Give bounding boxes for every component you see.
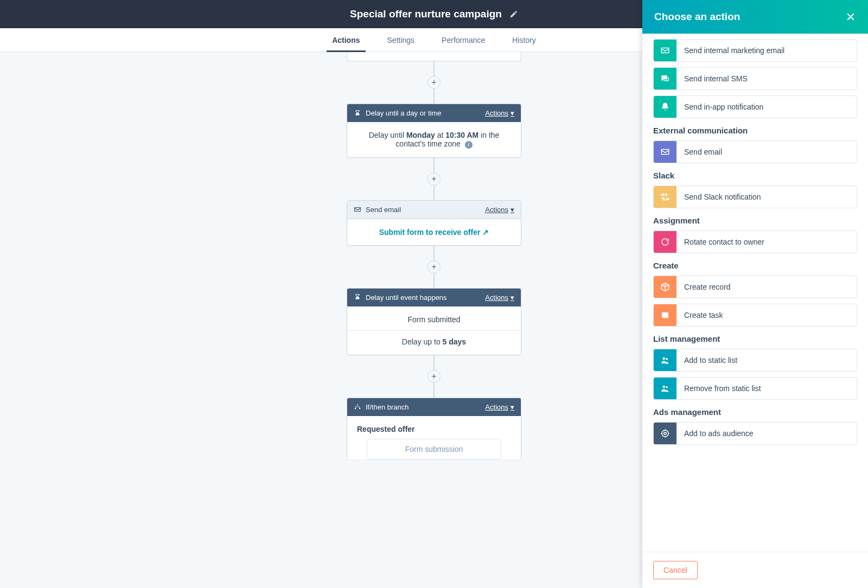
panel-title: Choose an action — [654, 11, 740, 23]
card-title: Send email — [366, 206, 401, 214]
hourglass-icon — [354, 293, 361, 301]
cube-icon — [654, 276, 676, 298]
connector — [433, 382, 435, 398]
hourglass-icon — [354, 110, 361, 117]
chevron-down-icon: ▾ — [510, 206, 514, 214]
action-item[interactable]: Send internal SMS — [653, 67, 857, 90]
add-action-button[interactable]: + — [427, 76, 441, 89]
action-item[interactable]: Send Slack notification — [653, 186, 857, 208]
action-label: Create record — [676, 283, 738, 291]
info-icon[interactable]: i — [465, 141, 473, 149]
card-actions-dropdown[interactable]: Actions ▾ — [485, 403, 514, 411]
action-label: Send email — [676, 148, 730, 156]
connector — [433, 355, 435, 370]
action-group-label: Ads management — [653, 407, 857, 417]
card-header: If/then branch Actions ▾ — [347, 398, 521, 416]
add-action-button[interactable]: + — [427, 172, 441, 186]
add-action-button[interactable]: + — [427, 370, 441, 383]
action-label: Send Slack notification — [676, 193, 769, 201]
workflow-card-branch[interactable]: If/then branch Actions ▾ Requested offer… — [347, 398, 521, 459]
card-title: Delay until a day or time — [366, 109, 441, 117]
action-item[interactable]: Send in-app notification — [653, 95, 857, 118]
workflow-card-delay-event[interactable]: Delay until event happens Actions ▾ Form… — [347, 288, 521, 355]
bell-icon — [654, 96, 676, 118]
branch-condition[interactable]: Form submission — [367, 439, 501, 459]
card-header: Send email Actions ▾ — [347, 201, 521, 219]
action-group-label: External communication — [653, 126, 857, 135]
email-link[interactable]: Submit form to receive offer ↗ — [379, 228, 489, 237]
edit-title-icon[interactable] — [509, 10, 518, 18]
action-label: Rotate contact to owner — [676, 238, 772, 246]
chevron-down-icon: ▾ — [510, 403, 514, 411]
rotate-icon — [654, 231, 676, 253]
tab-history[interactable]: History — [512, 28, 536, 52]
action-label: Send internal SMS — [676, 74, 755, 83]
add-action-button[interactable]: + — [427, 260, 441, 273]
panel-header: Choose an action — [642, 0, 868, 34]
svg-point-5 — [666, 386, 668, 388]
close-icon[interactable] — [845, 11, 856, 22]
action-item[interactable]: Rotate contact to owner — [653, 231, 857, 253]
svg-point-7 — [664, 432, 667, 435]
card-body: Requested offer Form submission — [347, 416, 521, 459]
card-body: Form submitted Delay up to 5 days — [347, 306, 521, 355]
action-group-label: List management — [653, 334, 857, 343]
connector — [433, 273, 435, 288]
workflow-card-send-email[interactable]: Send email Actions ▾ Submit form to rece… — [347, 200, 521, 246]
action-label: Send in-app notification — [676, 103, 771, 111]
workflow-title: Special offer nurture campaign — [350, 8, 502, 20]
card-body: Submit form to receive offer ↗ — [347, 219, 521, 245]
card-header: Delay until event happens Actions ▾ — [347, 289, 521, 306]
workflow-card-partial[interactable] — [347, 52, 521, 61]
action-item[interactable]: Send email — [653, 140, 857, 163]
action-label: Add to ads audience — [676, 429, 761, 438]
cancel-button[interactable]: Cancel — [653, 561, 698, 579]
card-body: Delay until Monday at 10:30 AM in the co… — [347, 122, 521, 157]
panel-body[interactable]: Send internal marketing emailSend intern… — [642, 34, 868, 552]
mail-icon — [354, 206, 361, 213]
connector — [433, 185, 435, 200]
branch-icon — [354, 403, 361, 411]
tab-performance[interactable]: Performance — [442, 28, 485, 52]
action-group-label: Assignment — [653, 216, 857, 225]
slack-icon — [654, 186, 676, 208]
target-icon — [654, 423, 676, 444]
tab-actions[interactable]: Actions — [332, 28, 360, 52]
action-label: Add to static list — [676, 356, 745, 365]
action-group-label: Create — [653, 261, 857, 270]
branch-name: Requested offer — [357, 425, 511, 433]
action-group-label: Slack — [653, 171, 857, 180]
connector — [433, 158, 435, 173]
connector — [433, 88, 435, 104]
action-picker-panel: Choose an action Send internal marketing… — [642, 0, 868, 588]
card-actions-dropdown[interactable]: Actions ▾ — [485, 293, 514, 302]
svg-point-3 — [666, 358, 668, 360]
svg-point-4 — [663, 386, 666, 388]
action-item[interactable]: Create task — [653, 304, 857, 327]
svg-point-6 — [662, 430, 668, 437]
mail-icon — [654, 40, 676, 61]
card-header: Delay until a day or time Actions ▾ — [347, 104, 521, 122]
people-icon — [654, 349, 676, 371]
connector — [433, 61, 435, 76]
mail-icon — [654, 141, 676, 163]
card-actions-dropdown[interactable]: Actions ▾ — [485, 109, 514, 117]
action-label: Remove from static list — [676, 384, 769, 393]
task-icon — [654, 304, 676, 326]
action-item[interactable]: Create record — [653, 276, 857, 298]
svg-rect-1 — [663, 314, 667, 315]
people-icon — [654, 378, 676, 399]
tab-settings[interactable]: Settings — [387, 28, 415, 52]
action-label: Send internal marketing email — [676, 46, 792, 55]
card-actions-dropdown[interactable]: Actions ▾ — [485, 206, 514, 214]
svg-rect-0 — [662, 312, 668, 318]
card-title: If/then branch — [366, 403, 409, 411]
workflow-card-delay-day[interactable]: Delay until a day or time Actions ▾ Dela… — [347, 104, 521, 158]
action-item[interactable]: Add to ads audience — [653, 422, 857, 445]
action-item[interactable]: Add to static list — [653, 349, 857, 372]
external-link-icon: ↗ — [482, 228, 489, 237]
svg-point-2 — [663, 357, 666, 360]
action-item[interactable]: Remove from static list — [653, 377, 857, 400]
chat-icon — [654, 68, 676, 90]
action-item[interactable]: Send internal marketing email — [653, 39, 857, 62]
